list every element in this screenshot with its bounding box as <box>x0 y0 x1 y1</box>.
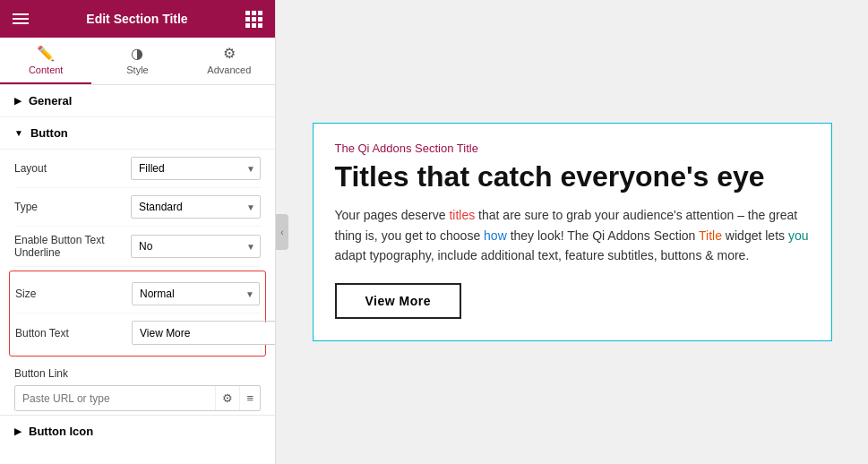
highlight-you: you <box>788 228 809 243</box>
tab-style-label: Style <box>126 64 148 75</box>
size-control: Normal Small Large ▼ <box>132 282 260 305</box>
button-section-header[interactable]: ▼ Button <box>0 117 275 150</box>
card-title: Titles that catch everyone's eye <box>335 160 810 193</box>
underline-control: No Yes ▼ <box>131 235 261 258</box>
button-text-label: Button Text <box>15 327 132 339</box>
content-tab-icon: ✏️ <box>37 47 55 61</box>
right-area: The Qi Addons Section Title Titles that … <box>276 0 868 464</box>
button-text-field-row: Button Text ≡ <box>15 314 260 352</box>
button-icon-label: Button Icon <box>29 425 93 438</box>
grid-menu-icon[interactable] <box>245 11 262 28</box>
size-select-wrapper: Normal Small Large ▼ <box>132 282 260 305</box>
form-fields: Layout Filled Outlined Text ▼ Type <box>0 150 275 267</box>
style-tab-icon: ◑ <box>131 47 143 61</box>
button-icon-expand-row[interactable]: ▶ Button Icon <box>0 415 275 447</box>
button-link-section: Button Link ⚙ ≡ <box>0 360 275 415</box>
tab-content-label: Content <box>29 64 64 75</box>
url-input-row: ⚙ ≡ <box>14 385 261 411</box>
button-arrow-icon: ▼ <box>14 128 23 138</box>
button-icon-arrow-icon: ▶ <box>14 426 21 436</box>
view-more-button[interactable]: View More <box>335 283 462 319</box>
type-select-wrapper: Standard Custom ▼ <box>131 195 261 219</box>
highlight-titles: titles <box>449 208 475 222</box>
advanced-tab-icon: ⚙ <box>223 47 236 61</box>
url-list-icon[interactable]: ≡ <box>239 386 260 410</box>
layout-field-row: Layout Filled Outlined Text ▼ <box>14 150 261 188</box>
tab-advanced-label: Advanced <box>207 64 251 75</box>
layout-select[interactable]: Filled Outlined Text <box>131 157 261 180</box>
type-select[interactable]: Standard Custom <box>131 195 261 219</box>
size-select[interactable]: Normal Small Large <box>132 282 260 305</box>
layout-label: Layout <box>14 162 131 175</box>
button-text-input[interactable] <box>133 322 275 344</box>
underline-label: Enable Button Text Underline <box>14 234 131 259</box>
card-description: Your pages deserve titles that are sure … <box>335 205 810 265</box>
button-text-input-wrapper: ≡ <box>132 321 275 345</box>
content-card: The Qi Addons Section Title Titles that … <box>313 123 832 342</box>
panel-title: Edit Section Title <box>86 12 187 26</box>
underline-select[interactable]: No Yes <box>131 235 261 258</box>
panel-body: ▶ General ▼ Button Layout Filled Outline… <box>0 85 275 464</box>
url-input[interactable] <box>15 387 215 410</box>
highlighted-section: Size Normal Small Large ▼ Button Text <box>9 271 266 357</box>
button-link-label: Button Link <box>14 367 261 380</box>
underline-field-row: Enable Button Text Underline No Yes ▼ <box>14 227 261 267</box>
url-gear-icon[interactable]: ⚙ <box>215 386 239 410</box>
hamburger-menu-icon[interactable] <box>13 13 29 24</box>
highlight-how: how <box>484 228 507 243</box>
underline-select-wrapper: No Yes ▼ <box>131 235 261 258</box>
general-label: General <box>29 94 72 107</box>
panel-tabs: ✏️ Content ◑ Style ⚙ Advanced <box>0 38 275 85</box>
type-control: Standard Custom ▼ <box>131 195 261 219</box>
highlight-title-word: Title <box>699 228 722 243</box>
card-subtitle: The Qi Addons Section Title <box>335 142 810 155</box>
tab-content[interactable]: ✏️ Content <box>0 38 91 84</box>
panel-header: Edit Section Title <box>0 0 275 38</box>
layout-select-wrapper: Filled Outlined Text ▼ <box>131 157 261 180</box>
type-label: Type <box>14 201 131 213</box>
layout-control: Filled Outlined Text ▼ <box>131 157 261 180</box>
general-arrow-icon: ▶ <box>14 96 21 106</box>
left-panel: Edit Section Title ✏️ Content ◑ Style ⚙ … <box>0 0 276 464</box>
tab-advanced[interactable]: ⚙ Advanced <box>184 38 275 84</box>
type-field-row: Type Standard Custom ▼ <box>14 188 261 227</box>
general-section-row[interactable]: ▶ General <box>0 85 275 117</box>
button-section-label: Button <box>30 126 68 140</box>
button-text-control: ≡ <box>132 321 275 345</box>
size-label: Size <box>15 288 132 300</box>
size-field-row: Size Normal Small Large ▼ <box>15 275 260 314</box>
tab-style[interactable]: ◑ Style <box>91 38 183 84</box>
